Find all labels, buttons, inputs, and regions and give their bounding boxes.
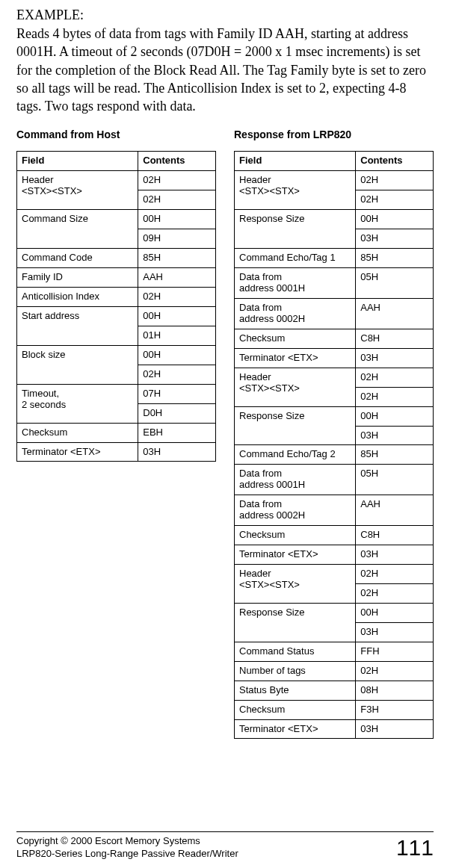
example-paragraph: Reads 4 bytes of data from tags with Fam… <box>16 25 434 115</box>
contents-cell: EBH <box>138 423 216 442</box>
contents-cell: 00H <box>138 306 216 326</box>
table-row: Number of tags02H <box>235 661 434 681</box>
contents-cell: 85H <box>356 445 434 465</box>
field-cell: Checksum <box>235 526 356 545</box>
contents-cell: 02H <box>356 583 434 603</box>
table-row: Terminator <ETX>03H <box>235 348 434 368</box>
right-table-title: Response from LRP820 <box>234 128 434 140</box>
field-cell: Start address <box>17 306 138 345</box>
left-table-title: Command from Host <box>16 128 216 140</box>
contents-cell: 02H <box>356 661 434 681</box>
contents-cell: 03H <box>356 348 434 368</box>
contents-cell: 07H <box>138 384 216 403</box>
table-row: Status Byte08H <box>235 681 434 700</box>
contents-cell: 85H <box>356 249 434 268</box>
contents-cell: C8H <box>356 526 434 545</box>
table-row: Terminator <ETX>03H <box>235 719 434 739</box>
contents-cell: 03H <box>356 545 434 565</box>
table-row: Start address00H <box>17 306 216 326</box>
page-number: 111 <box>396 835 434 861</box>
footer-line2: LRP820-Series Long-Range Passive Reader/… <box>16 848 238 861</box>
field-cell: Terminator <ETX> <box>235 545 356 565</box>
field-cell: Status Byte <box>235 681 356 700</box>
contents-cell: 05H <box>356 465 434 495</box>
document-page: EXAMPLE: Reads 4 bytes of data from tags… <box>0 0 450 868</box>
left-column: Command from Host Field Contents Header … <box>16 128 216 739</box>
table-row: Command Code85H <box>17 249 216 268</box>
table-row: Header <STX><STX>02H <box>17 171 216 190</box>
contents-cell: 02H <box>356 387 434 406</box>
table-row: Response Size00H <box>235 603 434 622</box>
contents-cell: 01H <box>138 326 216 345</box>
table-row: ChecksumF3H <box>235 700 434 719</box>
contents-cell: F3H <box>356 700 434 719</box>
contents-cell: 03H <box>138 442 216 462</box>
contents-cell: 00H <box>356 603 434 622</box>
right-column: Response from LRP820 Field Contents Head… <box>234 128 434 739</box>
header-field: Field <box>235 152 356 171</box>
field-cell: Response Size <box>235 406 356 445</box>
field-cell: Terminator <ETX> <box>235 348 356 368</box>
contents-cell: 02H <box>138 171 216 190</box>
contents-cell: AAH <box>356 298 434 329</box>
field-cell: Header <STX><STX> <box>17 171 138 210</box>
command-table: Field Contents Header <STX><STX>02H02HCo… <box>16 151 216 462</box>
contents-cell: 03H <box>356 426 434 445</box>
table-row: Header <STX><STX>02H <box>235 171 434 190</box>
footer-line1: Copyright © 2000 Escort Memory Systems <box>16 835 238 848</box>
table-row: Data from address 0001H05H <box>235 268 434 299</box>
contents-cell: AAH <box>138 268 216 288</box>
table-header-row: Field Contents <box>235 152 434 171</box>
table-row: Command Echo/Tag 185H <box>235 249 434 268</box>
contents-cell: 02H <box>138 190 216 210</box>
header-contents: Contents <box>356 152 434 171</box>
field-cell: Data from address 0002H <box>235 495 356 526</box>
contents-cell: 05H <box>356 268 434 299</box>
footer-divider <box>16 831 434 832</box>
field-cell: Number of tags <box>235 661 356 681</box>
contents-cell: 85H <box>138 249 216 268</box>
contents-cell: 00H <box>138 345 216 365</box>
contents-cell: 02H <box>356 368 434 387</box>
table-row: ChecksumC8H <box>235 329 434 348</box>
field-cell: Terminator <ETX> <box>17 442 138 462</box>
field-cell: Data from address 0002H <box>235 298 356 329</box>
table-row: Terminator <ETX>03H <box>235 545 434 565</box>
field-cell: Command Status <box>235 642 356 661</box>
field-cell: Command Echo/Tag 2 <box>235 445 356 465</box>
table-row: ChecksumEBH <box>17 423 216 442</box>
header-field: Field <box>17 152 138 171</box>
field-cell: Response Size <box>235 210 356 249</box>
table-row: Response Size00H <box>235 210 434 229</box>
table-row: Block size00H <box>17 345 216 365</box>
field-cell: Header <STX><STX> <box>235 171 356 210</box>
header-contents: Contents <box>138 152 216 171</box>
field-cell: Header <STX><STX> <box>235 368 356 406</box>
contents-cell: 02H <box>138 365 216 384</box>
contents-cell: 02H <box>356 190 434 210</box>
contents-cell: 03H <box>356 622 434 642</box>
table-row: ChecksumC8H <box>235 526 434 545</box>
contents-cell: 00H <box>356 210 434 229</box>
field-cell: Checksum <box>235 700 356 719</box>
table-row: Response Size00H <box>235 406 434 426</box>
table-row: Anticollision Index02H <box>17 288 216 307</box>
table-row: Data from address 0001H05H <box>235 465 434 495</box>
field-cell: Data from address 0001H <box>235 465 356 495</box>
table-row: Header <STX><STX>02H <box>235 565 434 584</box>
contents-cell: 02H <box>356 171 434 190</box>
contents-cell: 02H <box>356 565 434 584</box>
contents-cell: AAH <box>356 495 434 526</box>
example-label: EXAMPLE: <box>16 7 434 23</box>
field-cell: Timeout, 2 seconds <box>17 384 138 423</box>
page-footer: Copyright © 2000 Escort Memory Systems L… <box>16 831 434 861</box>
contents-cell: 02H <box>138 288 216 307</box>
contents-cell: 03H <box>356 229 434 249</box>
contents-cell: 08H <box>356 681 434 700</box>
field-cell: Response Size <box>235 603 356 642</box>
field-cell: Checksum <box>17 423 138 442</box>
field-cell: Block size <box>17 345 138 384</box>
table-row: Family IDAAH <box>17 268 216 288</box>
contents-cell: D0H <box>138 403 216 423</box>
field-cell: Header <STX><STX> <box>235 565 356 604</box>
